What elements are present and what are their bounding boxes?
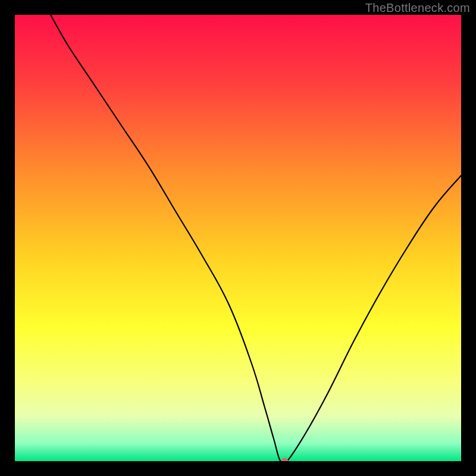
watermark-text: TheBottleneck.com bbox=[365, 1, 470, 15]
chart-svg bbox=[15, 15, 461, 461]
plot-area bbox=[15, 15, 461, 461]
gradient-backdrop bbox=[15, 15, 461, 461]
chart-frame: TheBottleneck.com bbox=[0, 0, 476, 476]
